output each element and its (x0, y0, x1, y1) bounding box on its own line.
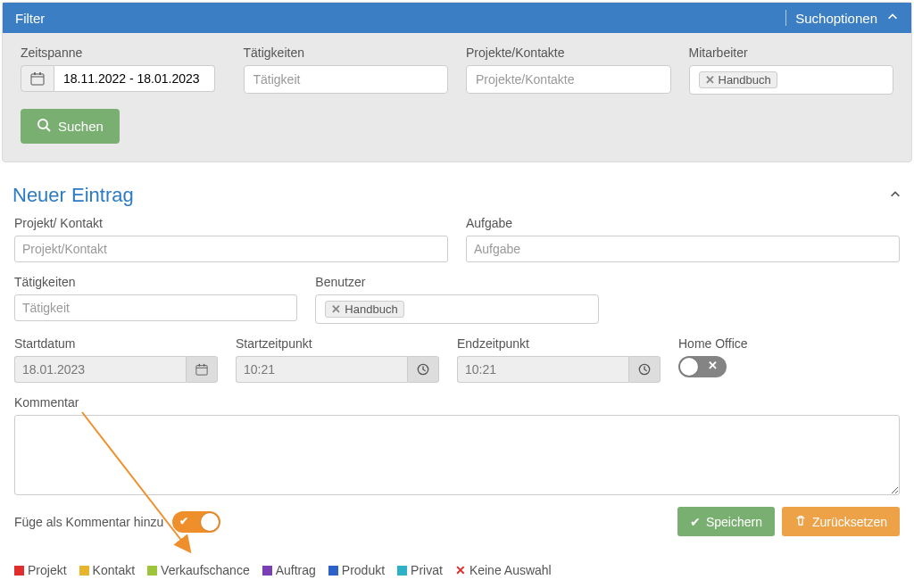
employee-chip: ✕ Handbuch (699, 71, 777, 88)
chevron-up-icon[interactable] (889, 188, 902, 203)
filter-employees: Mitarbeiter ✕ Handbuch (689, 46, 894, 95)
starttime-label: Startzeitpunkt (236, 336, 439, 351)
section-title: Neuer Eintrag (12, 184, 134, 207)
x-icon: ✕ (708, 359, 718, 372)
section-header: Neuer Eintrag (2, 180, 912, 216)
remove-chip-icon[interactable]: ✕ (705, 73, 715, 87)
startdate-field: Startdatum (14, 336, 218, 383)
comment-textarea[interactable] (14, 415, 900, 495)
svg-line-5 (46, 128, 50, 131)
add-comment-toggle[interactable]: ✔ (172, 511, 220, 533)
startdate-input[interactable] (14, 356, 186, 383)
reset-button[interactable]: Zurücksetzen (782, 507, 900, 536)
legend-color-icon (328, 566, 338, 576)
legend-label: Produkt (342, 563, 385, 577)
filter-projects: Projekte/Kontakte Projekte/Kontakte (466, 46, 671, 95)
legend-label: Keine Auswahl (469, 563, 552, 577)
comment-label: Kommentar (14, 395, 900, 410)
svg-rect-0 (31, 74, 44, 85)
divider (785, 10, 786, 26)
task-input[interactable] (466, 236, 900, 262)
filter-header: Filter Suchoptionen (3, 3, 911, 33)
projects-placeholder: Projekte/Kontakte (476, 72, 575, 87)
save-button-label: Speichern (706, 515, 762, 529)
legend-label: Verkaufschance (161, 563, 250, 577)
filter-panel: Filter Suchoptionen Zeitspanne Tätigkeit… (2, 2, 912, 162)
legend-color-icon (79, 566, 89, 576)
search-options-link[interactable]: Suchoptionen (795, 11, 877, 26)
endtime-input[interactable] (457, 356, 628, 383)
user-field: Benutzer ✕ Handbuch (315, 275, 598, 324)
chevron-up-icon[interactable] (886, 11, 899, 26)
legend-label: Privat (411, 563, 443, 577)
task-field: Aufgabe (466, 216, 900, 262)
filter-timespan: Zeitspanne (21, 46, 226, 95)
startdate-label: Startdatum (14, 336, 218, 351)
legend-item: Verkaufschance (147, 563, 250, 577)
activity-label: Tätigkeiten (244, 46, 449, 60)
legend-color-icon (262, 566, 272, 576)
search-button[interactable]: Suchen (21, 109, 120, 144)
activity-select[interactable]: Tätigkeit (244, 65, 449, 94)
remove-chip-icon[interactable]: ✕ (331, 302, 341, 316)
clock-icon[interactable] (628, 356, 661, 383)
add-comment-label: Füge als Kommentar hinzu (14, 515, 163, 529)
filter-title: Filter (15, 11, 45, 26)
filter-activity: Tätigkeiten Tätigkeit (244, 46, 449, 95)
save-button[interactable]: ✔ Speichern (677, 507, 775, 536)
endtime-field: Endzeitpunkt (457, 336, 661, 383)
user-label: Benutzer (315, 275, 598, 289)
activity-label2: Tätigkeiten (14, 275, 297, 289)
calendar-icon[interactable] (21, 65, 54, 92)
svg-point-4 (38, 120, 47, 128)
timespan-input[interactable] (54, 65, 215, 92)
legend-color-icon (14, 566, 24, 576)
clock-icon[interactable] (407, 356, 439, 383)
project-label: Projekt/ Kontakt (14, 216, 448, 230)
legend-color-icon (397, 566, 407, 576)
legend-label: Kontakt (93, 563, 135, 577)
legend-item: Projekt (14, 563, 67, 577)
legend-item: Privat (397, 563, 443, 577)
legend-item: Kontakt (79, 563, 135, 577)
legend-label: Projekt (28, 563, 67, 577)
activity-field: Tätigkeiten (14, 275, 297, 324)
add-comment-row: Füge als Kommentar hinzu ✔ (14, 511, 220, 533)
homeoffice-field: Home Office ✕ (678, 336, 900, 383)
legend-item: ✕Keine Auswahl (455, 563, 552, 577)
employees-label: Mitarbeiter (689, 46, 894, 60)
comment-field: Kommentar (14, 395, 900, 498)
check-icon: ✔ (179, 515, 188, 527)
search-icon (37, 118, 51, 135)
reset-button-label: Zurücksetzen (812, 515, 887, 529)
homeoffice-toggle[interactable]: ✕ (678, 356, 727, 377)
endtime-label: Endzeitpunkt (457, 336, 661, 351)
starttime-input[interactable] (236, 356, 407, 383)
activity-placeholder: Tätigkeit (253, 72, 301, 87)
legend: ProjektKontaktVerkaufschanceAuftragProdu… (2, 554, 912, 586)
user-chip-label: Handbuch (345, 302, 397, 316)
projects-label: Projekte/Kontakte (466, 46, 671, 60)
project-field: Projekt/ Kontakt (14, 216, 448, 262)
trash-icon (794, 514, 807, 529)
legend-color-icon (147, 566, 157, 576)
svg-rect-6 (196, 366, 207, 376)
project-input[interactable] (14, 236, 448, 262)
legend-item: Produkt (328, 563, 385, 577)
employees-select[interactable]: ✕ Handbuch (689, 65, 894, 95)
check-icon: ✔ (690, 515, 701, 529)
user-select[interactable]: ✕ Handbuch (315, 294, 598, 324)
homeoffice-label: Home Office (678, 336, 900, 351)
employee-chip-label: Handbuch (719, 73, 771, 87)
activity-input[interactable] (14, 294, 297, 321)
legend-item: Auftrag (262, 563, 316, 577)
timespan-label: Zeitspanne (21, 46, 226, 60)
x-icon: ✕ (455, 563, 466, 577)
task-label: Aufgabe (466, 216, 900, 230)
legend-label: Auftrag (276, 563, 316, 577)
projects-select[interactable]: Projekte/Kontakte (466, 65, 671, 94)
user-chip: ✕ Handbuch (325, 301, 403, 318)
calendar-icon[interactable] (186, 356, 218, 383)
starttime-field: Startzeitpunkt (236, 336, 439, 383)
entry-form: Projekt/ Kontakt Aufgabe Tätigkeiten Ben… (2, 216, 912, 554)
